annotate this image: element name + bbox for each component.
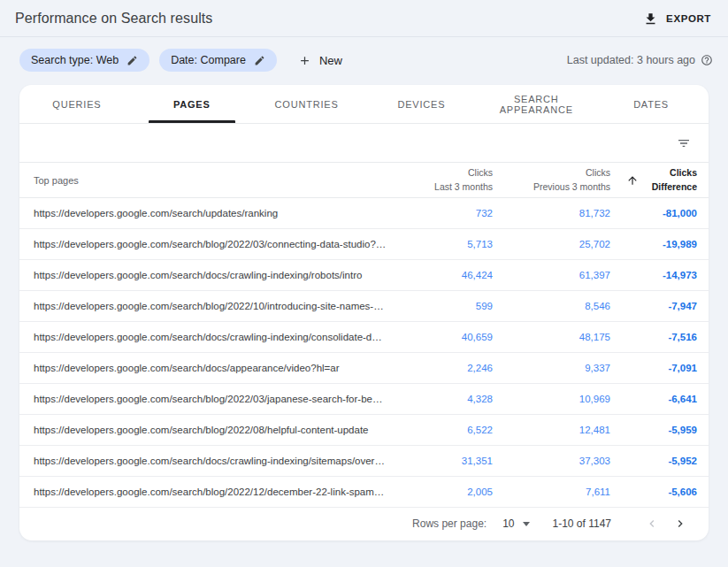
- clicks-difference-value: -5,606: [610, 487, 709, 497]
- table-row[interactable]: https://developers.google.com/search/doc…: [19, 353, 709, 384]
- performance-table-card: QUERIES PAGES COUNTRIES DEVICES SEARCH A…: [19, 85, 709, 540]
- export-label: EXPORT: [666, 13, 711, 24]
- table-row[interactable]: https://developers.google.com/search/blo…: [19, 229, 709, 260]
- date-compare-chip[interactable]: Date: Compare: [159, 49, 277, 72]
- new-filter-button[interactable]: New: [293, 50, 348, 71]
- page-url[interactable]: https://developers.google.com/search/blo…: [19, 487, 387, 497]
- clicks-last-value: 599: [387, 301, 493, 311]
- table-row[interactable]: https://developers.google.com/search/blo…: [19, 477, 709, 508]
- column-header-clicks-last[interactable]: Clicks Last 3 months: [387, 167, 493, 192]
- chip-label: Search type: Web: [31, 54, 119, 66]
- tab-label: DEVICES: [397, 99, 445, 110]
- tab-queries[interactable]: QUERIES: [19, 85, 134, 123]
- page-url[interactable]: https://developers.google.com/search/blo…: [19, 301, 387, 311]
- clicks-previous-value: 48,175: [493, 332, 610, 342]
- active-tab-underline: [149, 120, 235, 123]
- filter-toolbar: Search type: Web Date: Compare New Last …: [0, 37, 728, 83]
- tab-pages[interactable]: PAGES: [134, 85, 249, 123]
- column-header-line1: Clicks: [670, 167, 697, 179]
- table-row[interactable]: https://developers.google.com/search/doc…: [19, 446, 709, 477]
- clicks-previous-value: 37,303: [493, 456, 610, 466]
- page-url[interactable]: https://developers.google.com/search/blo…: [19, 425, 387, 435]
- next-page-button[interactable]: [670, 513, 691, 534]
- tab-label: COUNTRIES: [275, 99, 339, 110]
- edit-pencil-icon: [254, 55, 265, 66]
- column-header-clicks-difference[interactable]: Clicks Difference: [610, 167, 709, 192]
- page-url[interactable]: https://developers.google.com/search/blo…: [19, 239, 387, 249]
- page-url[interactable]: https://developers.google.com/search/doc…: [19, 270, 387, 280]
- download-icon: [643, 11, 658, 27]
- clicks-last-value: 732: [387, 208, 493, 218]
- export-button[interactable]: EXPORT: [641, 8, 713, 30]
- column-header-top-pages[interactable]: Top pages: [19, 175, 387, 186]
- previous-page-button[interactable]: [641, 513, 663, 534]
- last-updated-status: Last updated: 3 hours ago: [567, 54, 713, 66]
- clicks-difference-value: -7,091: [610, 363, 709, 373]
- new-label: New: [319, 54, 342, 67]
- tab-label: PAGES: [173, 99, 211, 110]
- last-updated-text: Last updated: 3 hours ago: [567, 54, 695, 66]
- filter-rows-button[interactable]: [673, 133, 694, 154]
- rows-per-page-select[interactable]: 10: [502, 517, 529, 530]
- clicks-previous-value: 7,611: [493, 487, 610, 497]
- clicks-difference-value: -19,989: [610, 239, 709, 249]
- table-row[interactable]: https://developers.google.com/search/blo…: [19, 291, 709, 322]
- tab-label: SEARCH APPEARANCE: [479, 94, 594, 115]
- column-header-line2: Previous 3 months: [533, 181, 610, 193]
- table-row[interactable]: https://developers.google.com/search/upd…: [19, 198, 709, 229]
- tab-dates[interactable]: DATES: [594, 85, 709, 123]
- page-url[interactable]: https://developers.google.com/search/doc…: [19, 456, 387, 466]
- page-url[interactable]: https://developers.google.com/search/blo…: [19, 394, 387, 404]
- clicks-last-value: 31,351: [387, 456, 493, 466]
- rows-per-page-value: 10: [502, 517, 514, 530]
- tab-search-appearance[interactable]: SEARCH APPEARANCE: [479, 85, 594, 123]
- page-url[interactable]: https://developers.google.com/search/doc…: [19, 363, 387, 373]
- clicks-last-value: 40,659: [387, 332, 493, 342]
- clicks-last-value: 5,713: [387, 239, 493, 249]
- sort-ascending-arrow-icon: [626, 174, 639, 187]
- column-header-line2: Last 3 months: [434, 181, 493, 193]
- clicks-difference-value: -14,973: [610, 270, 709, 280]
- table-row[interactable]: https://developers.google.com/search/doc…: [19, 322, 709, 353]
- clicks-difference-value: -6,641: [610, 394, 709, 404]
- clicks-last-value: 6,522: [387, 425, 493, 435]
- chip-label: Date: Compare: [171, 54, 246, 66]
- clicks-difference-value: -5,959: [610, 425, 709, 435]
- tab-label: DATES: [633, 99, 669, 110]
- pagination-bar: Rows per page: 10 1-10 of 1147: [19, 508, 709, 540]
- table-row[interactable]: https://developers.google.com/search/blo…: [19, 384, 709, 415]
- page-header: Performance on Search results EXPORT: [0, 0, 728, 36]
- clicks-difference-value: -7,947: [610, 301, 709, 311]
- filter-list-icon: [677, 136, 691, 150]
- page-url[interactable]: https://developers.google.com/search/upd…: [19, 208, 387, 218]
- column-header-clicks-previous[interactable]: Clicks Previous 3 months: [493, 167, 610, 192]
- help-icon[interactable]: [701, 54, 713, 66]
- clicks-previous-value: 9,337: [493, 363, 610, 373]
- clicks-last-value: 2,246: [387, 363, 493, 373]
- table-row[interactable]: https://developers.google.com/search/blo…: [19, 415, 709, 446]
- clicks-difference-value: -7,516: [610, 332, 709, 342]
- clicks-last-value: 46,424: [387, 270, 493, 280]
- search-type-chip[interactable]: Search type: Web: [19, 49, 149, 72]
- clicks-previous-value: 10,969: [493, 394, 610, 404]
- clicks-last-value: 4,328: [387, 394, 493, 404]
- column-header-line1: Clicks: [468, 167, 493, 179]
- clicks-previous-value: 12,481: [493, 425, 610, 435]
- column-header-line1: Clicks: [586, 167, 610, 179]
- tab-devices[interactable]: DEVICES: [364, 85, 479, 123]
- dropdown-arrow-icon: [523, 522, 530, 526]
- tab-countries[interactable]: COUNTRIES: [249, 85, 364, 123]
- table-body: https://developers.google.com/search/upd…: [19, 198, 709, 508]
- table-row[interactable]: https://developers.google.com/search/doc…: [19, 260, 709, 291]
- table-header-row: Top pages Clicks Last 3 months Clicks Pr…: [19, 163, 709, 198]
- tab-label: QUERIES: [52, 99, 101, 110]
- chevron-right-icon: [673, 517, 687, 531]
- chevron-left-icon: [645, 517, 659, 531]
- plus-icon: [298, 54, 311, 67]
- edit-pencil-icon: [126, 55, 138, 66]
- page-url[interactable]: https://developers.google.com/search/doc…: [19, 332, 387, 342]
- rows-per-page-label: Rows per page:: [412, 517, 487, 530]
- clicks-last-value: 2,005: [387, 487, 493, 497]
- clicks-difference-value: -5,952: [610, 456, 709, 466]
- table-filter-row: [19, 124, 709, 163]
